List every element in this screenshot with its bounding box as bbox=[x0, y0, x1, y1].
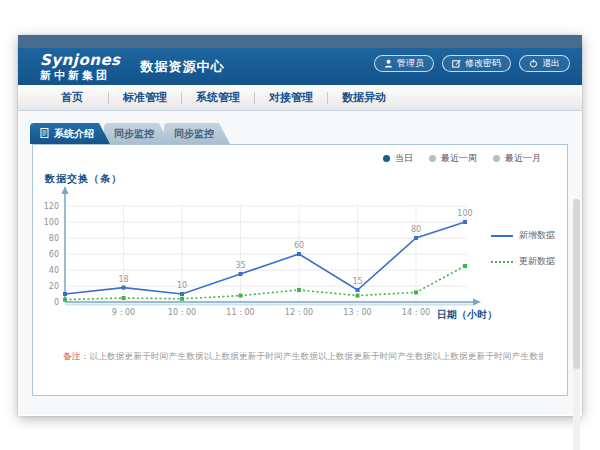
edit-icon bbox=[452, 59, 461, 68]
filter-label: 当日 bbox=[395, 152, 413, 165]
y-axis-title: 数据交换（条） bbox=[45, 172, 122, 186]
user-icon bbox=[384, 59, 393, 68]
svg-text:15: 15 bbox=[352, 277, 362, 286]
user-menu: 管理员 修改密码 退出 bbox=[374, 55, 570, 72]
filter-last-month[interactable]: 最近一月 bbox=[493, 152, 541, 165]
nav-item-home[interactable]: 首页 bbox=[36, 90, 108, 105]
svg-text:14：00: 14：00 bbox=[402, 308, 430, 317]
legend-new-data: 新增数据 bbox=[491, 229, 555, 242]
svg-text:20: 20 bbox=[49, 282, 59, 291]
legend-label: 新增数据 bbox=[519, 229, 555, 242]
scrollbar-track[interactable] bbox=[573, 199, 580, 450]
svg-text:100: 100 bbox=[44, 218, 59, 227]
tab-label: 同步监控 bbox=[114, 127, 154, 141]
admin-user-button[interactable]: 管理员 bbox=[374, 55, 434, 72]
nav-item-standard-mgmt[interactable]: 标准管理 bbox=[109, 90, 181, 105]
scrollbar-thumb[interactable] bbox=[573, 199, 580, 369]
app-header: Synjones 新中新集团 数据资源中心 管理员 修改密码 退出 bbox=[18, 48, 582, 85]
svg-text:120: 120 bbox=[44, 202, 59, 211]
svg-text:10：00: 10：00 bbox=[168, 308, 196, 317]
svg-text:11：00: 11：00 bbox=[226, 308, 254, 317]
svg-text:12：00: 12：00 bbox=[285, 308, 313, 317]
svg-text:35: 35 bbox=[235, 261, 245, 270]
svg-text:40: 40 bbox=[49, 266, 59, 275]
logout-icon bbox=[529, 59, 538, 68]
filter-today[interactable]: 当日 bbox=[383, 152, 413, 165]
tab-label: 系统介绍 bbox=[54, 127, 94, 141]
footnote: 备注：以上数据更新于时间产生数据以上数据更新于时间产生数据以上数据更新于时间产生… bbox=[63, 351, 543, 363]
nav-item-interface-mgmt[interactable]: 对接管理 bbox=[255, 90, 327, 105]
x-axis-title: 日期（小时） bbox=[437, 308, 497, 322]
logo-subtext: 新中新集团 bbox=[40, 70, 121, 81]
content-area: 系统介绍 同步监控 同步监控 当日 最近一周 bbox=[18, 111, 582, 415]
nav-item-system-mgmt[interactable]: 系统管理 bbox=[182, 90, 254, 105]
filter-label: 最近一月 bbox=[505, 152, 541, 165]
chart-legend: 新增数据 更新数据 bbox=[491, 229, 555, 268]
svg-text:60: 60 bbox=[49, 250, 59, 259]
legend-label: 更新数据 bbox=[519, 255, 555, 268]
svg-text:80: 80 bbox=[49, 234, 59, 243]
radio-dot-icon bbox=[383, 155, 390, 162]
line-chart: 0204060801001209：0010：0011：0012：0013：001… bbox=[33, 185, 493, 335]
change-password-label: 修改密码 bbox=[465, 57, 501, 70]
window-top-strip bbox=[18, 35, 582, 48]
footnote-prefix: 备注： bbox=[63, 351, 89, 361]
svg-text:13：00: 13：00 bbox=[343, 308, 371, 317]
logo-text: Synjones bbox=[40, 53, 121, 68]
svg-text:100: 100 bbox=[457, 209, 472, 218]
app-window: Synjones 新中新集团 数据资源中心 管理员 修改密码 退出 bbox=[18, 35, 582, 416]
document-icon bbox=[40, 128, 49, 140]
company-logo: Synjones 新中新集团 bbox=[40, 53, 121, 81]
nav-item-data-change[interactable]: 数据异动 bbox=[328, 90, 400, 105]
panel-tabs: 系统介绍 同步监控 同步监控 bbox=[30, 123, 230, 144]
svg-text:0: 0 bbox=[54, 298, 59, 307]
tab-sync-monitor-2[interactable]: 同步监控 bbox=[164, 123, 230, 144]
admin-user-label: 管理员 bbox=[397, 57, 424, 70]
logout-button[interactable]: 退出 bbox=[519, 55, 570, 72]
chart-panel: 当日 最近一周 最近一月 数据交换（条） 0204060801001209：00… bbox=[32, 144, 568, 396]
svg-text:60: 60 bbox=[294, 241, 304, 250]
svg-text:18: 18 bbox=[118, 275, 128, 284]
legend-update-data: 更新数据 bbox=[491, 255, 555, 268]
radio-dot-icon bbox=[493, 155, 500, 162]
page-title: 数据资源中心 bbox=[141, 58, 225, 76]
tab-sync-monitor-1[interactable]: 同步监控 bbox=[104, 123, 170, 144]
tab-label: 同步监控 bbox=[174, 127, 214, 141]
main-nav: 首页 标准管理 系统管理 对接管理 数据异动 bbox=[18, 85, 582, 111]
footnote-text: 以上数据更新于时间产生数据以上数据更新于时间产生数据以上数据更新于时间产生数据以… bbox=[89, 351, 543, 361]
change-password-button[interactable]: 修改密码 bbox=[442, 55, 511, 72]
range-filters: 当日 最近一周 最近一月 bbox=[383, 152, 541, 165]
tab-system-intro[interactable]: 系统介绍 bbox=[30, 123, 110, 144]
svg-text:10: 10 bbox=[177, 281, 187, 290]
radio-dot-icon bbox=[429, 155, 436, 162]
solid-line-swatch bbox=[491, 235, 513, 237]
filter-label: 最近一周 bbox=[441, 152, 477, 165]
filter-last-week[interactable]: 最近一周 bbox=[429, 152, 477, 165]
svg-text:80: 80 bbox=[411, 225, 421, 234]
svg-text:9：00: 9：00 bbox=[112, 308, 135, 317]
logout-label: 退出 bbox=[542, 57, 560, 70]
dotted-line-swatch bbox=[491, 261, 513, 263]
